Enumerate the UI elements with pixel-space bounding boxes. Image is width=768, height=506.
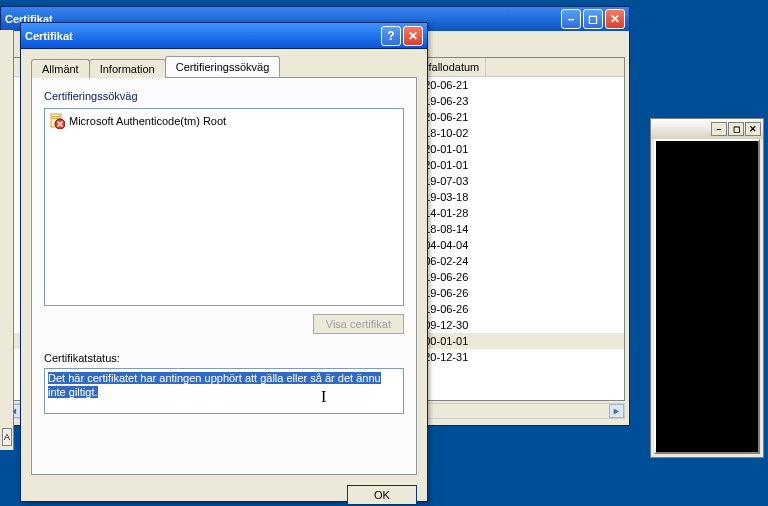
console-titlebar[interactable]: – ◻ ✕ <box>651 119 763 139</box>
tab-information[interactable]: Information <box>89 59 166 78</box>
certificate-dialog: Certifikat ? ✕ Allmänt Information Certi… <box>20 22 428 502</box>
console-close-button[interactable]: ✕ <box>745 122 761 136</box>
console-minimize-button[interactable]: – <box>711 122 727 136</box>
minimize-button[interactable]: – <box>561 9 581 29</box>
certificate-error-icon <box>49 113 65 129</box>
taskbar-item[interactable]: A <box>2 428 12 446</box>
cert-status-box[interactable]: Det här certifikatet har antingen upphör… <box>44 368 404 414</box>
tab-cert-path[interactable]: Certifieringssökväg <box>165 56 281 77</box>
tab-panel-cert-path: Certifieringssökväg Microsoft Authentico… <box>31 77 417 475</box>
console-body[interactable] <box>654 139 760 454</box>
console-window: – ◻ ✕ <box>650 118 764 458</box>
tab-general[interactable]: Allmänt <box>31 59 90 78</box>
cert-status-text: Det här certifikatet har antingen upphör… <box>48 372 381 398</box>
minimize-icon: – <box>568 12 575 26</box>
close-icon: ✕ <box>749 124 757 134</box>
cert-path-item-label: Microsoft Authenticode(tm) Root <box>69 115 226 127</box>
scroll-right-icon[interactable]: ► <box>609 404 624 418</box>
close-icon: ✕ <box>610 12 620 26</box>
svg-rect-1 <box>52 116 60 117</box>
console-maximize-button[interactable]: ◻ <box>728 122 744 136</box>
cert-path-item[interactable]: Microsoft Authenticode(tm) Root <box>49 113 399 129</box>
dialog-close-button[interactable]: ✕ <box>403 26 423 46</box>
maximize-icon: ◻ <box>588 12 598 26</box>
ok-button[interactable]: OK <box>347 485 417 505</box>
cert-path-label: Certifieringssökväg <box>44 90 404 102</box>
help-icon: ? <box>387 29 394 43</box>
minimize-icon: – <box>716 124 721 134</box>
cert-status-label: Certifikatstatus: <box>44 352 404 364</box>
maximize-icon: ◻ <box>733 124 740 134</box>
left-edge-remnant: A <box>0 30 14 450</box>
view-certificate-button: Visa certifikat <box>313 314 404 334</box>
dialog-titlebar[interactable]: Certifikat ? ✕ <box>21 23 427 49</box>
close-button[interactable]: ✕ <box>605 9 625 29</box>
tab-strip: Allmänt Information Certifieringssökväg <box>31 55 417 77</box>
help-button[interactable]: ? <box>381 26 401 46</box>
dialog-title: Certifikat <box>25 30 73 42</box>
cert-path-tree[interactable]: Microsoft Authenticode(tm) Root <box>44 108 404 306</box>
maximize-button[interactable]: ◻ <box>583 9 603 29</box>
close-icon: ✕ <box>408 29 418 43</box>
